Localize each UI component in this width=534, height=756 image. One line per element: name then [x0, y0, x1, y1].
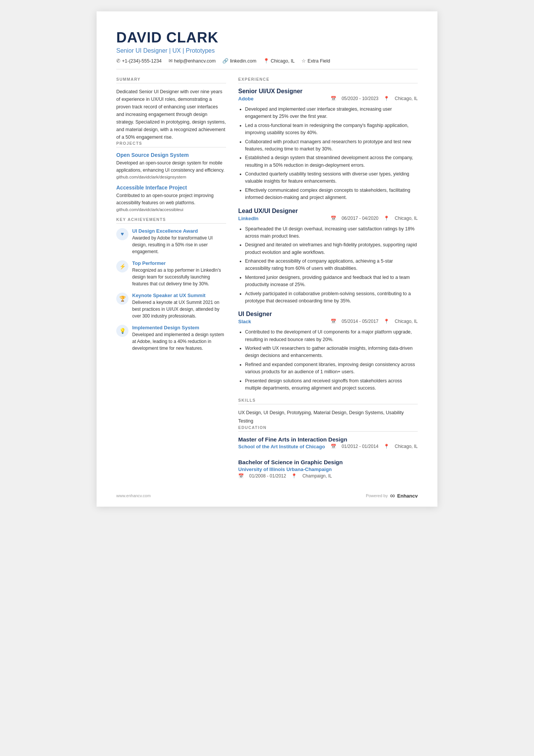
- linkedin-item: 🔗 linkedin.com: [222, 58, 256, 64]
- email-value: help@enhancv.com: [174, 58, 216, 64]
- job-item-2: UI Designer Slack 📅 05/2014 - 05/2017 📍 …: [238, 311, 418, 392]
- job-location-1: Chicago, IL: [395, 216, 418, 221]
- bullet-2-1: Worked with UX researchers to gather act…: [245, 345, 418, 360]
- lightbulb-icon: 💡: [116, 325, 128, 337]
- project-desc-0: Developed an open-source design system f…: [116, 160, 226, 174]
- job-meta-row-1: LinkedIn 📅 06/2017 - 04/2020 📍 Chicago, …: [238, 216, 418, 224]
- job-bullets-0: Developed and implemented user interface…: [238, 106, 418, 202]
- job-meta-row-2: Slack 📅 05/2014 - 05/2017 📍 Chicago, IL: [238, 319, 418, 327]
- job-title-2: UI Designer: [238, 311, 418, 318]
- bullet-0-2: Collaborated with product managers and r…: [245, 138, 418, 153]
- edu-degree-1: Bachelor of Science in Graphic Design: [238, 459, 418, 465]
- left-column: SUMMARY Dedicated Senior UI Designer wit…: [116, 77, 226, 484]
- experience-section: EXPERIENCE Senior UI/UX Designer Adobe 📅…: [238, 77, 418, 392]
- two-col-layout: SUMMARY Dedicated Senior UI Designer wit…: [116, 77, 418, 484]
- contact-bar: ✆ +1-(234)-555-1234 ✉ help@enhancv.com 🔗…: [116, 58, 418, 69]
- job-title-0: Senior UI/UX Designer: [238, 88, 418, 95]
- location-icon-job-2: 📍: [384, 319, 389, 324]
- bullet-1-0: Spearheaded the UI design overhaul, incr…: [245, 225, 418, 240]
- achievement-title-3: Implemented Design System: [132, 325, 226, 330]
- extra-value: Extra Field: [308, 58, 330, 64]
- project-title-1: Accessible Interface Project: [116, 185, 226, 191]
- edu-school-0: School of the Art Institute of Chicago: [238, 444, 325, 449]
- edu-school-1: University of Illinois Urbana-Champaign: [238, 466, 418, 472]
- job-title-1: Lead UX/UI Designer: [238, 208, 418, 214]
- bullet-2-2: Refined and expanded component libraries…: [245, 361, 418, 376]
- phone-item: ✆ +1-(234)-555-1234: [116, 58, 162, 64]
- project-desc-1: Contributed to an open-source project im…: [116, 192, 226, 206]
- job-item-0: Senior UI/UX Designer Adobe 📅 05/2020 - …: [238, 88, 418, 202]
- job-date-1: 06/2017 - 04/2020: [342, 216, 378, 221]
- bullet-1-2: Enhanced the accessibility of company ap…: [245, 258, 418, 272]
- location-icon-job-1: 📍: [384, 216, 389, 221]
- header: DAVID CLARK Senior UI Designer | UX | Pr…: [116, 30, 418, 69]
- project-item-1: Accessible Interface Project Contributed…: [116, 185, 226, 212]
- enhancv-infinity-icon: ∞: [390, 492, 395, 500]
- calendar-icon-1: 📅: [331, 216, 336, 221]
- phone-value: +1-(234)-555-1234: [122, 58, 162, 64]
- bullet-0-4: Conducted quarterly usability testing se…: [245, 171, 418, 185]
- bolt-icon: ⚡: [116, 260, 128, 272]
- education-label: EDUCATION: [238, 425, 418, 432]
- achievement-item-0: ♥ UI Design Excellence Award Awarded by …: [116, 228, 226, 255]
- achievement-title-0: UI Design Excellence Award: [132, 228, 226, 234]
- right-column: EXPERIENCE Senior UI/UX Designer Adobe 📅…: [238, 77, 418, 484]
- achievements-label: KEY ACHIEVEMENTS: [116, 217, 226, 224]
- job-location-0: Chicago, IL: [395, 96, 418, 101]
- job-date-loc-2: 📅 05/2014 - 05/2017 📍 Chicago, IL: [331, 319, 418, 324]
- edu-degree-0: Master of Fine Arts in Interaction Desig…: [238, 436, 418, 443]
- skills-text: UX Design, UI Design, Prototyping, Mater…: [238, 409, 418, 425]
- education-section: EDUCATION Master of Fine Arts in Interac…: [238, 425, 418, 479]
- footer-powered: Powered by ∞ Enhancv: [366, 492, 418, 500]
- edu-date-0: 01/2012 - 01/2014: [342, 444, 378, 449]
- project-link-0: github.com/davidclark/designsystem: [116, 175, 226, 179]
- phone-icon: ✆: [116, 58, 120, 64]
- job-date-2: 05/2014 - 05/2017: [342, 319, 378, 324]
- achievement-item-3: 💡 Implemented Design System Developed an…: [116, 325, 226, 352]
- edu-location-0: Chicago, IL: [395, 444, 418, 449]
- achievement-desc-2: Delivered a keynote at UX Summit 2021 on…: [132, 299, 226, 319]
- project-item-0: Open Source Design System Developed an o…: [116, 152, 226, 179]
- bullet-0-0: Developed and implemented user interface…: [245, 106, 418, 121]
- resume-page: DAVID CLARK Senior UI Designer | UX | Pr…: [97, 11, 437, 507]
- calendar-icon-2: 📅: [331, 319, 336, 324]
- bullet-0-5: Effectively communicated complex design …: [245, 187, 418, 202]
- linkedin-icon: 🔗: [222, 58, 228, 64]
- bullet-0-3: Established a design system that streaml…: [245, 154, 418, 169]
- location-icon-edu-1: 📍: [291, 473, 297, 479]
- achievement-title-2: Keynote Speaker at UX Summit: [132, 293, 226, 298]
- bullet-0-1: Led a cross-functional team in redesigni…: [245, 122, 418, 137]
- edu-date-loc-1: 📅 01/2008 - 01/2012 📍 Champaign, IL: [238, 473, 418, 479]
- job-company-2: Slack: [238, 319, 251, 324]
- summary-section: SUMMARY Dedicated Senior UI Designer wit…: [116, 77, 226, 141]
- location-value: Chicago, IL: [271, 58, 295, 64]
- powered-label: Powered by: [366, 493, 388, 498]
- heart-icon: ♥: [116, 228, 128, 240]
- job-company-0: Adobe: [238, 96, 253, 102]
- projects-section: PROJECTS Open Source Design System Devel…: [116, 141, 226, 212]
- location-item: 📍 Chicago, IL: [263, 58, 295, 64]
- skills-section: SKILLS UX Design, UI Design, Prototyping…: [238, 398, 418, 425]
- location-icon-job-0: 📍: [384, 96, 389, 101]
- email-item: ✉ help@enhancv.com: [169, 58, 216, 64]
- bullet-1-4: Actively participated in collaborative p…: [245, 290, 418, 305]
- job-date-loc-0: 📅 05/2020 - 10/2023 📍 Chicago, IL: [331, 96, 418, 101]
- job-bullets-2: Contributed to the development of UI com…: [238, 329, 418, 392]
- job-meta-row-0: Adobe 📅 05/2020 - 10/2023 📍 Chicago, IL: [238, 96, 418, 104]
- experience-label: EXPERIENCE: [238, 77, 418, 83]
- achievement-desc-3: Developed and implemented a design syste…: [132, 331, 226, 352]
- job-company-1: LinkedIn: [238, 216, 258, 221]
- job-item-1: Lead UX/UI Designer LinkedIn 📅 06/2017 -…: [238, 208, 418, 305]
- email-icon: ✉: [169, 58, 173, 64]
- extra-item: ☆ Extra Field: [301, 58, 330, 64]
- achievement-content-2: Keynote Speaker at UX Summit Delivered a…: [132, 293, 226, 319]
- star-icon: ☆: [301, 58, 306, 64]
- job-date-loc-1: 📅 06/2017 - 04/2020 📍 Chicago, IL: [331, 216, 418, 221]
- location-icon: 📍: [263, 58, 269, 64]
- footer-website: www.enhancv.com: [116, 493, 151, 498]
- achievement-content-3: Implemented Design System Developed and …: [132, 325, 226, 352]
- edu-date-loc-0: 📅 01/2012 - 01/2014 📍 Chicago, IL: [331, 444, 418, 449]
- achievement-desc-1: Recognized as a top performer in LinkedI…: [132, 267, 226, 287]
- job-bullets-1: Spearheaded the UI design overhaul, incr…: [238, 225, 418, 305]
- candidate-name: DAVID CLARK: [116, 30, 418, 46]
